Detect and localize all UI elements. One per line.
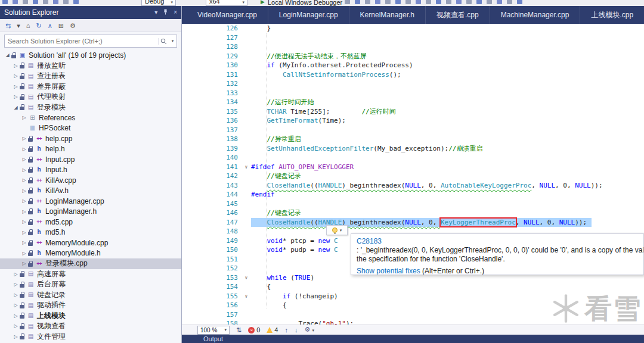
toolbar-icon[interactable] bbox=[33, 0, 38, 4]
tree-item[interactable]: ▷++MemoryModule.cpp bbox=[0, 238, 181, 248]
tree-item[interactable]: ▷▤键盘记录 bbox=[0, 290, 181, 301]
expand-arrow-icon[interactable]: ▷ bbox=[12, 73, 20, 79]
expand-arrow-icon[interactable]: ▷ bbox=[12, 94, 20, 99]
tree-item[interactable]: ▷++md5.cpp bbox=[0, 217, 181, 227]
toolbar-icon[interactable] bbox=[497, 0, 502, 4]
expand-arrow-icon[interactable]: ▷ bbox=[12, 63, 20, 68]
close-icon[interactable]: × bbox=[174, 10, 177, 15]
window-position-icon[interactable]: ▾ bbox=[154, 10, 157, 15]
tree-item[interactable]: ▷▤代理映射 bbox=[0, 92, 181, 102]
expand-arrow-icon[interactable]: ▷ bbox=[12, 303, 20, 308]
expand-arrow-icon[interactable]: ▷ bbox=[20, 167, 28, 173]
expand-arrow-icon[interactable]: ▷ bbox=[20, 198, 28, 204]
code-line-144[interactable]: 144#endif bbox=[182, 190, 644, 199]
expand-arrow-icon[interactable]: ▷ bbox=[20, 146, 28, 152]
tree-item[interactable]: ▷hhelp.h bbox=[0, 144, 181, 155]
breakpoint-margin[interactable] bbox=[182, 163, 190, 172]
prev-issue-icon[interactable]: ↑ bbox=[284, 326, 288, 334]
toolbar-icon[interactable] bbox=[426, 0, 431, 4]
navigate-icon[interactable]: ⇅ bbox=[236, 326, 242, 334]
breakpoint-margin[interactable] bbox=[182, 218, 190, 227]
code-line-127[interactable]: 127 bbox=[182, 33, 644, 43]
views-dropdown-icon[interactable]: ▾ bbox=[17, 22, 20, 29]
breakpoint-margin[interactable] bbox=[182, 208, 190, 218]
tab-KernelManager.h[interactable]: KernelManager.h bbox=[349, 6, 426, 24]
toolbar-icon[interactable] bbox=[53, 0, 58, 4]
toolbar-icon[interactable] bbox=[73, 0, 79, 4]
tab-LoginManager.cpp[interactable]: LoginManager.cpp bbox=[268, 6, 349, 24]
code-editor[interactable]: 126 }127128129 //便进程无法手动结束，不然蓝屏130 if (M… bbox=[182, 24, 644, 325]
tree-item[interactable]: ▷▤后台屏幕 bbox=[0, 279, 181, 290]
expand-arrow-icon[interactable]: ▷ bbox=[20, 157, 28, 162]
expand-arrow-icon[interactable]: ▷ bbox=[20, 230, 28, 235]
code-line-131[interactable]: 131 CallNtSetinformationProcess(); bbox=[182, 70, 644, 80]
toolbar-icon[interactable] bbox=[43, 0, 48, 4]
tree-item[interactable]: ▷++登录模块.cpp bbox=[0, 258, 181, 269]
breakpoint-margin[interactable] bbox=[182, 70, 190, 80]
toolbar-icon[interactable] bbox=[2, 0, 8, 4]
code-line-145[interactable]: 145 bbox=[182, 199, 644, 209]
toolbar-icon[interactable] bbox=[355, 0, 360, 4]
breakpoint-margin[interactable] bbox=[182, 79, 190, 89]
breakpoint-margin[interactable] bbox=[182, 126, 190, 135]
fix-tools-icon[interactable]: ⚙ ▾ bbox=[304, 326, 314, 334]
code-line-128[interactable]: 128 bbox=[182, 42, 644, 52]
code-line-143[interactable]: 143 CloseHandle((HANDLE)_beginthreadex(N… bbox=[182, 181, 644, 191]
tree-item[interactable]: ▷▤差异屏蔽 bbox=[0, 82, 181, 92]
breakpoint-margin[interactable] bbox=[182, 52, 190, 61]
breakpoint-margin[interactable] bbox=[182, 227, 190, 236]
expand-arrow-icon[interactable]: ▷ bbox=[20, 209, 28, 214]
breakpoint-margin[interactable] bbox=[182, 61, 190, 70]
code-line-146[interactable]: 146 //键盘记录 bbox=[182, 208, 644, 218]
breakpoint-margin[interactable] bbox=[182, 24, 190, 33]
tab-MachineManager.cpp[interactable]: MachineManager.cpp bbox=[490, 6, 581, 24]
breakpoint-margin[interactable] bbox=[182, 273, 190, 283]
breakpoint-margin[interactable] bbox=[182, 181, 190, 191]
tree-item[interactable]: ▥HPSocket bbox=[0, 123, 181, 134]
search-icon[interactable] bbox=[158, 38, 169, 45]
code-line-140[interactable]: 140 bbox=[182, 153, 644, 163]
fold-marker-icon[interactable]: ∨ bbox=[242, 273, 251, 283]
breakpoint-margin[interactable] bbox=[182, 282, 190, 292]
show-all-files-icon[interactable]: ⊞ bbox=[58, 22, 64, 29]
code-line-132[interactable]: 132 bbox=[182, 79, 644, 89]
toolbar-icon[interactable] bbox=[436, 0, 441, 4]
breakpoint-margin[interactable] bbox=[182, 153, 190, 163]
expand-arrow-icon[interactable]: ▷ bbox=[12, 282, 20, 287]
pin-icon[interactable] bbox=[163, 9, 168, 16]
expand-arrow-icon[interactable]: ▷ bbox=[20, 188, 28, 194]
output-tab[interactable]: Output bbox=[203, 335, 223, 342]
breakpoint-margin[interactable] bbox=[182, 301, 190, 310]
tree-item[interactable]: ▷⊞References bbox=[0, 113, 181, 123]
code-line-133[interactable]: 133 bbox=[182, 89, 644, 98]
tab-上线模块.cpp[interactable]: 上线模块.cpp bbox=[580, 6, 644, 24]
code-line-126[interactable]: 126 } bbox=[182, 24, 644, 33]
code-line-129[interactable]: 129 //便进程无法手动结束，不然蓝屏 bbox=[182, 52, 644, 61]
breakpoint-margin[interactable] bbox=[182, 236, 190, 246]
breakpoint-margin[interactable] bbox=[182, 172, 190, 181]
tree-item[interactable]: ▷hInput.h bbox=[0, 165, 181, 176]
toolbar-icon[interactable] bbox=[375, 0, 380, 4]
solution-platforms-dropdown[interactable]: x64▾ bbox=[206, 0, 247, 6]
toolbar-icon[interactable] bbox=[456, 0, 462, 4]
fold-marker-icon[interactable]: ∨ bbox=[242, 163, 251, 172]
code-line-136[interactable]: 136 GetTimeFormat(Time); bbox=[182, 116, 644, 126]
next-issue-icon[interactable]: ↓ bbox=[295, 326, 298, 334]
tree-item[interactable]: ▷hLoginManager.h bbox=[0, 207, 181, 217]
properties-icon[interactable]: ⚙ bbox=[70, 22, 76, 29]
toolbar-icon[interactable] bbox=[23, 0, 28, 4]
collapse-arrow-icon[interactable]: ◢ bbox=[12, 105, 20, 110]
code-line-142[interactable]: 142 //键盘记录 bbox=[182, 172, 644, 181]
tree-item[interactable]: ▷▤文件管理 bbox=[0, 332, 181, 342]
tree-item[interactable]: ▷▤驱动插件 bbox=[0, 300, 181, 311]
tree-item[interactable]: ▷▤视频查看 bbox=[0, 321, 181, 332]
breakpoint-margin[interactable] bbox=[182, 255, 190, 264]
code-line-138[interactable]: 138 //异常重启 bbox=[182, 135, 644, 144]
breakpoint-margin[interactable] bbox=[182, 89, 190, 98]
code-line-135[interactable]: 135 TCHAR Time[255]; //运行时间 bbox=[182, 107, 644, 117]
switch-views-icon[interactable]: ⇆ bbox=[5, 22, 11, 29]
code-line-137[interactable]: 137 bbox=[182, 126, 644, 135]
breakpoint-margin[interactable] bbox=[182, 199, 190, 209]
warning-count-badge[interactable]: 4 bbox=[267, 326, 278, 333]
tree-item[interactable]: ▷▤播放监听 bbox=[0, 61, 181, 71]
